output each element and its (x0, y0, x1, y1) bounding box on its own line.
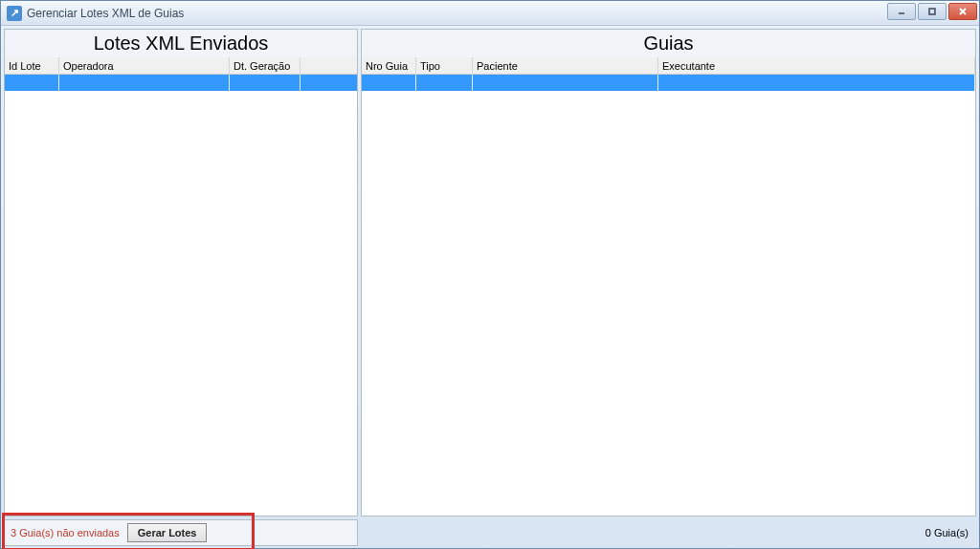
close-icon (958, 7, 968, 16)
close-button[interactable] (948, 3, 977, 20)
guias-panel-title: Guias (362, 30, 975, 57)
lotes-cell-id (5, 75, 59, 91)
status-left: 3 Guia(s) não enviadas Gerar Lotes (4, 519, 358, 546)
guias-cell-paciente (473, 75, 658, 91)
lotes-cell-operadora (59, 75, 230, 91)
guias-col-tipo[interactable]: Tipo (416, 57, 473, 74)
guias-grid-body[interactable] (362, 75, 975, 516)
window-title: Gerenciar Lotes XML de Guias (27, 7, 184, 20)
guias-row[interactable] (362, 75, 975, 91)
lotes-grid-header: Id Lote Operadora Dt. Geração (5, 57, 357, 75)
lotes-panel-title: Lotes XML Enviados (5, 30, 357, 57)
minimize-icon (897, 7, 906, 16)
status-left-wrapper: 3 Guia(s) não enviadas Gerar Lotes (4, 519, 358, 546)
guias-grid-header: Nro Guia Tipo Paciente Executante (362, 57, 975, 75)
app-window: ↗ Gerenciar Lotes XML de Guias Lotes XML… (0, 0, 980, 549)
app-icon: ↗ (7, 6, 22, 21)
titlebar[interactable]: ↗ Gerenciar Lotes XML de Guias (1, 1, 979, 26)
guias-col-nro[interactable]: Nro Guia (362, 57, 416, 74)
lotes-col-dtgeracao[interactable]: Dt. Geração (230, 57, 301, 74)
guias-col-executante[interactable]: Executante (658, 57, 975, 74)
guias-cell-executante (658, 75, 975, 91)
guias-cell-tipo (416, 75, 473, 91)
lotes-col-id[interactable]: Id Lote (5, 57, 59, 74)
window-controls (887, 3, 977, 20)
guias-cell-nro (362, 75, 416, 91)
lotes-grid-body[interactable] (5, 75, 357, 516)
minimize-button[interactable] (887, 3, 916, 20)
svg-rect-1 (929, 9, 935, 14)
status-right: 0 Guia(s) (361, 519, 976, 546)
lotes-cell-dtgeracao (230, 75, 301, 91)
lotes-panel: Lotes XML Enviados Id Lote Operadora Dt.… (4, 29, 358, 516)
guias-col-paciente[interactable]: Paciente (473, 57, 658, 74)
guias-panel: Guias Nro Guia Tipo Paciente Executante (361, 29, 976, 516)
content-area: Lotes XML Enviados Id Lote Operadora Dt.… (1, 26, 979, 519)
lotes-row[interactable] (5, 75, 357, 91)
guias-count-text: 0 Guia(s) (925, 527, 969, 538)
maximize-button[interactable] (918, 3, 947, 20)
status-area: 3 Guia(s) não enviadas Gerar Lotes 0 Gui… (1, 519, 979, 549)
maximize-icon (927, 7, 937, 16)
unsent-count-text: 3 Guia(s) não enviadas (11, 527, 120, 538)
gerar-lotes-button[interactable]: Gerar Lotes (127, 523, 208, 542)
lotes-col-operadora[interactable]: Operadora (59, 57, 230, 74)
